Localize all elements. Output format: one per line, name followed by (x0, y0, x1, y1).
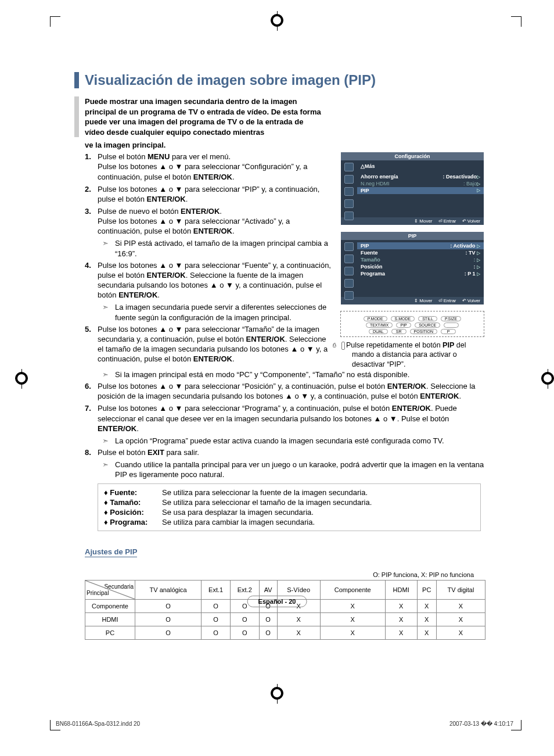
remote-note: ⎙Pulse repetidamente el botón PIP del ma… (340, 341, 484, 369)
remote-btn: TEXT/MIX (366, 323, 393, 328)
remote-btn: STILL (418, 316, 437, 321)
pip-settings-heading: Ajustes de PIP (85, 547, 137, 557)
osd2-entrar: ⏎ Entrar (438, 298, 456, 303)
osd-pip: TV PIP PIP: Activado ▷Fuente: TV ▷Tamaño… (340, 231, 484, 305)
step: 2.Pulse los botones ▲ o ▼ para seleccion… (85, 184, 333, 204)
osd1-nneg-value: : Bajo (463, 181, 477, 187)
remote-btn: POSITION (410, 329, 437, 334)
pip-table: SecundariaPrincipalTV analógicaExt.1Ext.… (85, 580, 485, 640)
osd2-row: Fuente: TV ▷ (361, 249, 480, 256)
osd-configuracion: TV Configuración △Más Ahorro energía: De… (340, 152, 484, 225)
step: 4.Pulse los botones ▲ o ▼ para seleccion… (85, 260, 333, 300)
table-legend: O: PIP funciona, X: PIP no funciona (74, 571, 474, 578)
remote-btn: SOURCE (415, 323, 440, 328)
note: ➣La imagen secundaria puede servir a dif… (102, 302, 333, 322)
page-number: Español - 20 (247, 596, 307, 607)
note: ➣La opción “Programa” puede estar activa… (102, 436, 484, 446)
osd1-title: Configuración (341, 152, 484, 160)
osd2-volver: ↶ Volver (462, 298, 480, 303)
osd1-ahorro-value: : Desactivado (443, 174, 477, 180)
osd1-ahorro-label: Ahorro energía (361, 174, 398, 180)
remote-btn: DUAL (369, 329, 388, 334)
svg-line-0 (85, 581, 135, 599)
definition-row: ♦ Tamaño:Se utiliza para seleccionar el … (104, 497, 474, 507)
osd1-pip: PIP (361, 188, 369, 194)
osd2-title: PIP (341, 232, 484, 240)
step: 6.Pulse los botones ▲ o ▼ para seleccion… (85, 381, 484, 401)
step: 7.Pulse los botones ▲ o ▼ para seleccion… (85, 403, 484, 433)
definitions-box: ♦ Fuente:Se utiliza para seleccionar la … (98, 483, 481, 531)
remote-btn: SR (391, 329, 406, 334)
remote-btn: P (441, 329, 456, 334)
remote-btn: S.MODE (391, 316, 415, 321)
remote-btn: P.MODE (364, 316, 387, 321)
note: ➣Cuando utilice la pantalla principal pa… (102, 460, 484, 479)
print-foot-right: 2007-03-13 �� 4:10:17 (449, 721, 513, 727)
osd1-mas: △Más (361, 163, 375, 169)
definition-row: ♦ Posición:Se usa para desplazar la imag… (104, 507, 474, 517)
step: 8.Pulse el botón EXIT para salir. (85, 447, 484, 457)
step: 3.Pulse de nuevo el botón ENTER/OK.Pulse… (85, 206, 333, 236)
osd1-mover: ⇕ Mover (414, 218, 432, 224)
step: 5.Pulse los botones ▲ o ▼ para seleccion… (85, 324, 333, 364)
definition-row: ♦ Programa:Se utiliza para cambiar la im… (104, 517, 474, 527)
osd2-row: Programa: P 1 ▷ (361, 270, 480, 277)
remote-diagram: P.MODES.MODESTILLP.SIZE TEXT/MIXPIPSOURC… (340, 311, 484, 337)
osd2-row: Tamaño: ▷ (361, 256, 480, 263)
osd2-row: PIP: Activado ▷ (357, 242, 484, 249)
osd1-volver: ↶ Volver (462, 218, 480, 224)
page-title: Visualización de imagen sobre imagen (PI… (74, 72, 484, 88)
note: ➣Si PIP está activado, el tamaño de la i… (102, 238, 333, 258)
step: 1.Pulse el botón MENU para ver el menú.P… (85, 152, 333, 181)
intro-text-2: ve la imagen principal. (85, 141, 484, 149)
remote-btn (444, 323, 459, 328)
osd1-nneg-label: N.neg HDMI (361, 181, 390, 187)
definition-row: ♦ Fuente:Se utiliza para seleccionar la … (104, 488, 474, 497)
intro-text: Puede mostrar una imagen secundaria dent… (74, 96, 324, 137)
osd2-row: Posición: ▷ (361, 263, 480, 270)
print-foot-left: BN68-01166A-Spa-0312.indd 20 (56, 721, 140, 727)
osd1-entrar: ⏎ Entrar (438, 218, 456, 224)
note: ➣Si la imagen principal está en modo “PC… (102, 370, 484, 379)
remote-btn: PIP (396, 323, 411, 328)
remote-btn: P.SIZE (441, 316, 461, 321)
osd2-mover: ⇕ Mover (414, 298, 432, 303)
